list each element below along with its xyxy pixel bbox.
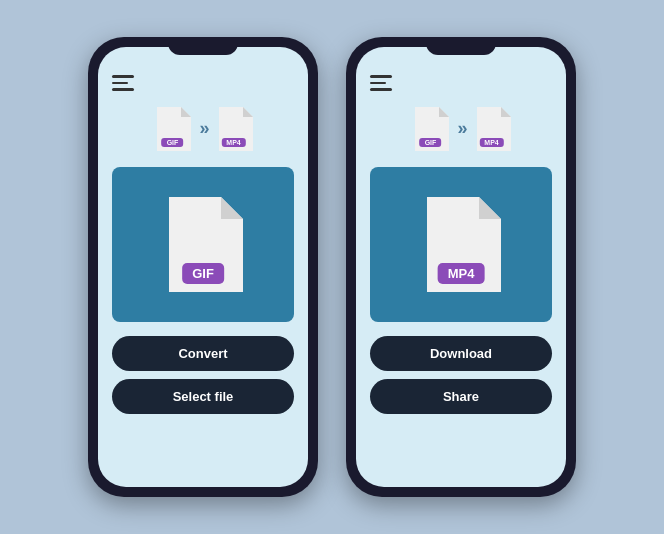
- notch-2: [426, 37, 496, 55]
- hamburger-menu-icon-2[interactable]: [370, 75, 392, 91]
- arrow-icon-2: »: [457, 118, 464, 139]
- to-badge-1: MP4: [221, 138, 245, 147]
- screen-content-1: GIF » MP4: [98, 47, 308, 487]
- to-file-icon-2: MP4: [473, 107, 511, 151]
- to-file-icon-1: MP4: [215, 107, 253, 151]
- large-file-icon-2: MP4: [421, 197, 501, 292]
- large-file-icon-1: GIF: [163, 197, 243, 292]
- preview-box-2: MP4: [370, 167, 552, 322]
- download-button[interactable]: Download: [370, 336, 552, 371]
- preview-box-1: GIF: [112, 167, 294, 322]
- button-group-2: Download Share: [370, 336, 552, 414]
- menu-line-3: [112, 88, 134, 91]
- menu-line-2-3: [370, 88, 392, 91]
- phone-2: GIF » MP4: [346, 37, 576, 497]
- from-file-icon-2: GIF: [411, 107, 449, 151]
- to-format-chip-2: MP4: [473, 107, 511, 151]
- share-button[interactable]: Share: [370, 379, 552, 414]
- from-file-icon-1: GIF: [153, 107, 191, 151]
- preview-label-1: GIF: [182, 263, 224, 284]
- to-badge-2: MP4: [479, 138, 503, 147]
- menu-line-2-2: [370, 82, 386, 85]
- menu-line-2: [112, 82, 128, 85]
- screen-content-2: GIF » MP4: [356, 47, 566, 487]
- phone-1: GIF » MP4: [88, 37, 318, 497]
- from-badge-1: GIF: [162, 138, 184, 147]
- to-format-chip-1: MP4: [215, 107, 253, 151]
- menu-line-1: [112, 75, 134, 78]
- hamburger-menu-icon[interactable]: [112, 75, 134, 91]
- conversion-header-1: GIF » MP4: [112, 107, 294, 151]
- from-format-chip-2: GIF: [411, 107, 449, 151]
- arrow-icon-1: »: [199, 118, 206, 139]
- screen-2: GIF » MP4: [356, 47, 566, 487]
- from-format-chip-1: GIF: [153, 107, 191, 151]
- from-badge-2: GIF: [420, 138, 442, 147]
- convert-button[interactable]: Convert: [112, 336, 294, 371]
- screen-1: GIF » MP4: [98, 47, 308, 487]
- button-group-1: Convert Select file: [112, 336, 294, 414]
- notch-1: [168, 37, 238, 55]
- select-file-button[interactable]: Select file: [112, 379, 294, 414]
- menu-line-2-1: [370, 75, 392, 78]
- preview-label-2: MP4: [438, 263, 485, 284]
- conversion-header-2: GIF » MP4: [370, 107, 552, 151]
